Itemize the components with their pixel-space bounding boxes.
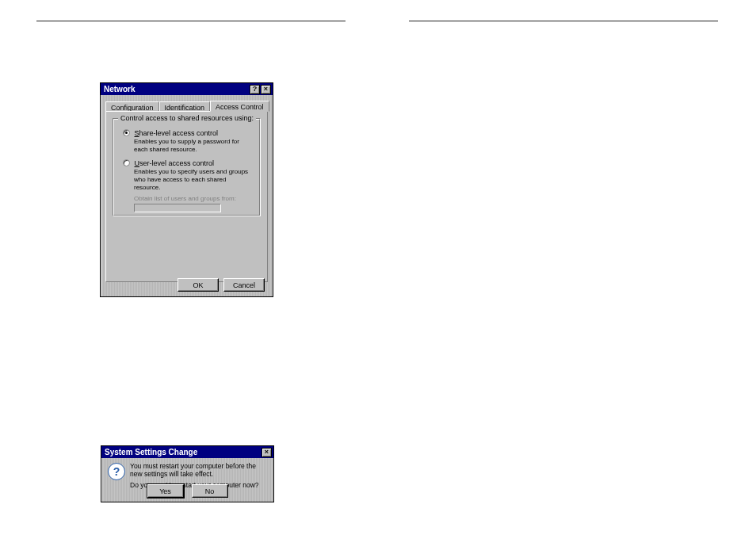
no-button[interactable]: No	[192, 484, 228, 498]
tab-strip: Configuration Identification Access Cont…	[105, 100, 269, 111]
radio-user-level[interactable]: User-level access control Enables you to…	[123, 159, 254, 212]
access-control-groupbox: Control access to shared resources using…	[113, 118, 261, 216]
yes-button[interactable]: Yes	[147, 484, 184, 498]
radio-icon	[123, 159, 130, 166]
question-icon: ?	[108, 463, 125, 480]
page-divider-left	[36, 21, 346, 21]
restart-title: System Settings Change	[103, 446, 261, 458]
radio-share-level-label: Share-level access control	[135, 129, 219, 137]
tab-access-control[interactable]: Access Control	[210, 101, 269, 112]
help-button[interactable]: ?	[250, 85, 260, 94]
close-button[interactable]: ×	[262, 448, 272, 457]
cancel-button[interactable]: Cancel	[223, 278, 265, 292]
network-titlebar[interactable]: Network ? ×	[101, 83, 273, 95]
access-control-panel: Control access to shared resources using…	[105, 111, 268, 282]
groupbox-label: Control access to shared resources using…	[118, 114, 256, 122]
ok-button[interactable]: OK	[178, 278, 219, 292]
share-level-hint: Enables you to supply a password for eac…	[134, 138, 254, 154]
page-divider-right	[409, 21, 718, 21]
radio-share-level[interactable]: Share-level access control Enables you t…	[123, 128, 254, 154]
obtain-list-label: Obtain list of users and groups from:	[134, 195, 254, 202]
radio-user-level-label: User-level access control	[135, 159, 215, 167]
network-title: Network	[102, 83, 249, 95]
close-button[interactable]: ×	[261, 85, 271, 94]
dialog-button-row: OK Cancel	[178, 278, 265, 292]
restart-message-1: You must restart your computer before th…	[130, 462, 267, 478]
radio-icon	[123, 129, 130, 136]
obtain-list-input	[134, 204, 221, 212]
restart-titlebar[interactable]: System Settings Change ×	[101, 446, 273, 458]
restart-button-row: Yes No	[101, 484, 273, 498]
network-dialog: Network ? × Configuration Identification…	[100, 82, 273, 297]
restart-dialog: System Settings Change × ? You must rest…	[101, 445, 274, 502]
user-level-hint: Enables you to specify users and groups …	[134, 168, 254, 192]
